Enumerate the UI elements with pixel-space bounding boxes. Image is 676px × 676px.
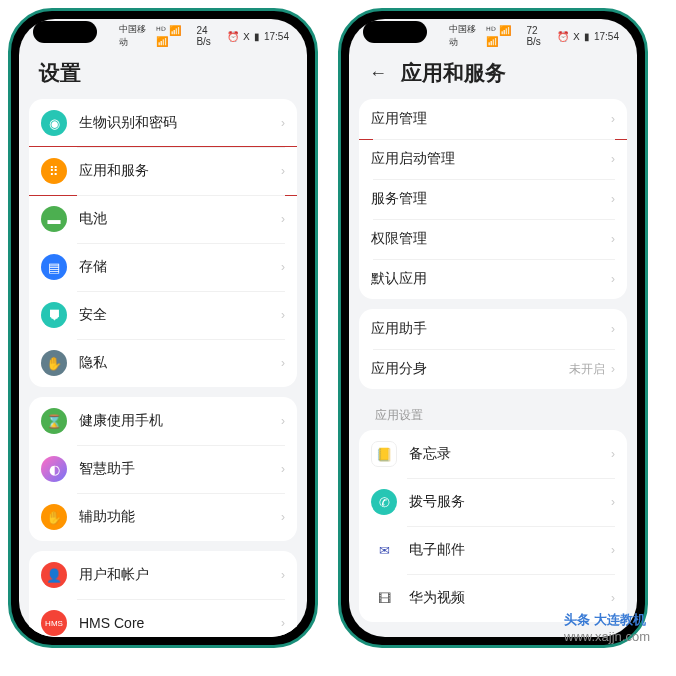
- row-battery[interactable]: ▬ 电池 ›: [29, 195, 297, 243]
- row-value: 未开启: [569, 361, 605, 378]
- assist-icon: ◐: [41, 456, 67, 482]
- row-health[interactable]: ⌛ 健康使用手机 ›: [29, 397, 297, 445]
- battery-icon: ▮: [254, 31, 260, 42]
- bluetooth-icon: ⵝ: [573, 31, 580, 42]
- row-security[interactable]: ⛊ 安全 ›: [29, 291, 297, 339]
- chevron-right-icon: ›: [611, 322, 615, 336]
- chevron-right-icon: ›: [611, 192, 615, 206]
- chevron-right-icon: ›: [281, 260, 285, 274]
- row-service-management[interactable]: 服务管理 ›: [359, 179, 627, 219]
- hms-icon: HMS: [41, 610, 67, 636]
- row-hms[interactable]: HMS HMS Core ›: [29, 599, 297, 637]
- row-label: 华为视频: [409, 589, 611, 607]
- apps-services-list[interactable]: 应用管理 › 应用启动管理 › 服务管理 › 权限管理 › 默认应用 ›: [349, 99, 637, 637]
- row-assistant[interactable]: ◐ 智慧助手 ›: [29, 445, 297, 493]
- settings-group-1: ◉ 生物识别和密码 › ⠿ 应用和服务 › ▬ 电池 › ▤ 存储 ›: [29, 99, 297, 387]
- back-button[interactable]: ←: [369, 63, 387, 84]
- row-app-twin[interactable]: 应用分身 未开启 ›: [359, 349, 627, 389]
- section-label: 应用设置: [359, 399, 627, 430]
- row-label: 权限管理: [371, 230, 611, 248]
- row-label: 健康使用手机: [79, 412, 281, 430]
- row-label: 存储: [79, 258, 281, 276]
- header-right: ← 应用和服务: [349, 53, 637, 99]
- apps-list-card: 📒 备忘录 › ✆ 拨号服务 › ✉ 电子邮件 › 🎞 华为视频 ›: [359, 430, 627, 622]
- row-label: 电池: [79, 210, 281, 228]
- status-time: 17:54: [264, 31, 289, 42]
- row-apps-services[interactable]: ⠿ 应用和服务 ›: [29, 146, 297, 196]
- watermark-line2: www.xajjn.com: [564, 629, 650, 644]
- chevron-right-icon: ›: [611, 362, 615, 376]
- chevron-right-icon: ›: [611, 272, 615, 286]
- row-label: 备忘录: [409, 445, 611, 463]
- chevron-right-icon: ›: [611, 232, 615, 246]
- chevron-right-icon: ›: [281, 462, 285, 476]
- row-memo[interactable]: 📒 备忘录 ›: [359, 430, 627, 478]
- health-icon: ⌛: [41, 408, 67, 434]
- row-label: 默认应用: [371, 270, 611, 288]
- row-label: 服务管理: [371, 190, 611, 208]
- row-permissions[interactable]: 权限管理 ›: [359, 219, 627, 259]
- row-biometrics[interactable]: ◉ 生物识别和密码 ›: [29, 99, 297, 147]
- row-default-apps[interactable]: 默认应用 ›: [359, 259, 627, 299]
- watermark-line1: 头条 大连教机: [564, 612, 646, 627]
- apps-icon: ⠿: [41, 158, 67, 184]
- chevron-right-icon: ›: [281, 116, 285, 130]
- chevron-right-icon: ›: [281, 164, 285, 178]
- chevron-right-icon: ›: [281, 414, 285, 428]
- settings-group-2: ⌛ 健康使用手机 › ◐ 智慧助手 › ✋ 辅助功能 ›: [29, 397, 297, 541]
- row-label: 生物识别和密码: [79, 114, 281, 132]
- chevron-right-icon: ›: [281, 568, 285, 582]
- notch: [33, 21, 97, 43]
- bluetooth-icon: ⵝ: [243, 31, 250, 42]
- chevron-right-icon: ›: [281, 510, 285, 524]
- chevron-right-icon: ›: [611, 495, 615, 509]
- settings-group-3: 👤 用户和帐户 › HMS HMS Core › ⚙ 系统和更新 1 ›: [29, 551, 297, 637]
- status-right: ⏰ ⵝ ▮ 17:54: [227, 31, 289, 42]
- chevron-right-icon: ›: [611, 591, 615, 605]
- battery-icon: ▮: [584, 31, 590, 42]
- phone-right: 中国移动 ᴴᴰ 📶 📶 72 B/s ⏰ ⵝ ▮ 17:54 ← 应用和服务 应…: [338, 8, 648, 648]
- status-signal: ᴴᴰ 📶 📶: [156, 25, 190, 47]
- notch: [363, 21, 427, 43]
- status-carrier: 中国移动: [119, 23, 150, 49]
- row-privacy[interactable]: ✋ 隐私 ›: [29, 339, 297, 387]
- row-label: 拨号服务: [409, 493, 611, 511]
- video-icon: 🎞: [371, 585, 397, 611]
- chevron-right-icon: ›: [611, 112, 615, 126]
- watermark: 头条 大连教机 www.xajjn.com: [564, 611, 650, 644]
- row-label: 应用助手: [371, 320, 611, 338]
- row-app-management[interactable]: 应用管理 ›: [359, 99, 627, 140]
- status-signal: ᴴᴰ 📶 📶: [486, 25, 520, 47]
- row-users[interactable]: 👤 用户和帐户 ›: [29, 551, 297, 599]
- row-label: 辅助功能: [79, 508, 281, 526]
- apps-group-1: 应用管理 › 应用启动管理 › 服务管理 › 权限管理 › 默认应用 ›: [359, 99, 627, 299]
- settings-list[interactable]: ◉ 生物识别和密码 › ⠿ 应用和服务 › ▬ 电池 › ▤ 存储 ›: [19, 99, 307, 637]
- screen-left: 中国移动 ᴴᴰ 📶 📶 24 B/s ⏰ ⵝ ▮ 17:54 设置 ◉ 生物识别…: [19, 19, 307, 637]
- row-label: 应用和服务: [79, 162, 281, 180]
- row-label: 安全: [79, 306, 281, 324]
- alarm-icon: ⏰: [227, 31, 239, 42]
- row-accessibility[interactable]: ✋ 辅助功能 ›: [29, 493, 297, 541]
- row-app-assistant[interactable]: 应用助手 ›: [359, 309, 627, 349]
- row-label: 隐私: [79, 354, 281, 372]
- a11y-icon: ✋: [41, 504, 67, 530]
- row-dialer[interactable]: ✆ 拨号服务 ›: [359, 478, 627, 526]
- chevron-right-icon: ›: [281, 212, 285, 226]
- row-label: 应用分身: [371, 360, 569, 378]
- status-right: ⏰ ⵝ ▮ 17:54: [557, 31, 619, 42]
- chevron-right-icon: ›: [281, 308, 285, 322]
- row-storage[interactable]: ▤ 存储 ›: [29, 243, 297, 291]
- fingerprint-icon: ◉: [41, 110, 67, 136]
- row-email[interactable]: ✉ 电子邮件 ›: [359, 526, 627, 574]
- shield-icon: ⛊: [41, 302, 67, 328]
- battery-icon: ▬: [41, 206, 67, 232]
- chevron-right-icon: ›: [281, 616, 285, 630]
- dial-icon: ✆: [371, 489, 397, 515]
- row-app-launch[interactable]: 应用启动管理 ›: [359, 139, 627, 179]
- status-time: 17:54: [594, 31, 619, 42]
- privacy-icon: ✋: [41, 350, 67, 376]
- user-icon: 👤: [41, 562, 67, 588]
- row-label: 电子邮件: [409, 541, 611, 559]
- chevron-right-icon: ›: [611, 152, 615, 166]
- row-label: 智慧助手: [79, 460, 281, 478]
